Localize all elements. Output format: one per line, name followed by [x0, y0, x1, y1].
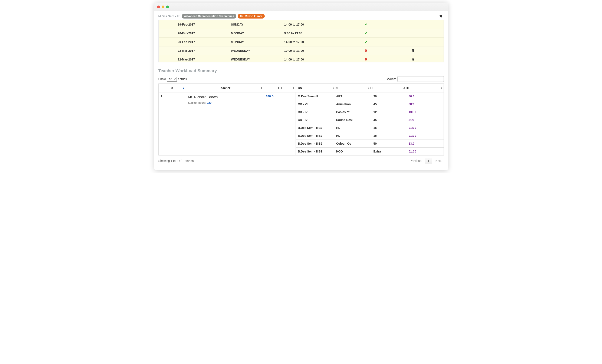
detail-row: M.Des Sem - IIART3080:0 [296, 92, 444, 100]
detail-sn: Animation [334, 100, 371, 108]
teacher-name: Richard Brown [194, 95, 218, 99]
schedule-time: 14:00 to 17:00 [282, 20, 344, 29]
detail-sn: HD [334, 124, 371, 132]
detail-sn: Colour, Co [334, 140, 371, 148]
schedule-day: SUNDAY [229, 20, 282, 29]
schedule-status: ✔ [344, 20, 389, 29]
show-label-post: entries [178, 77, 187, 81]
schedule-status: ✔ [344, 29, 389, 38]
window-close-icon[interactable] [157, 6, 160, 8]
detail-row: CD - VIAnimation4588:0 [296, 100, 444, 108]
detail-cn: B.Des Sem - II B3 [296, 124, 334, 132]
window-zoom-icon[interactable] [166, 6, 169, 8]
detail-sn: Basics of [334, 108, 371, 116]
check-icon: ✔ [365, 40, 367, 44]
detail-sh: 50 [371, 140, 407, 148]
schedule-time: 14:00 to 17:00 [282, 38, 344, 46]
schedule-scroll[interactable]: 19-Feb-2017SUNDAY14:00 to 17:00✔20-Feb-2… [159, 20, 444, 62]
search-input[interactable] [397, 76, 444, 82]
schedule-date: 22-Mar-2017 [159, 46, 229, 55]
schedule-day: WEDNESDAY [229, 55, 282, 62]
teacher-cell: Mr. Richard Brown Subject Hours: 320 [186, 92, 264, 155]
detail-sh: 15 [371, 132, 407, 140]
check-icon: ✔ [365, 31, 367, 35]
col-sh: SH [366, 84, 401, 92]
schedule-day: WEDNESDAY [229, 46, 282, 55]
detail-ath: 01:00 [407, 132, 444, 140]
detail-ath: 31:0 [407, 116, 444, 124]
schedule-actions [389, 55, 438, 62]
detail-table: M.Des Sem - IIART3080:0CD - VIAnimation4… [296, 92, 444, 155]
schedule-actions [389, 38, 438, 46]
breadcrumb-subject-pill[interactable]: Advanced Representation Techniques [182, 14, 236, 19]
schedule-panel: 19-Feb-2017SUNDAY14:00 to 17:00✔20-Feb-2… [158, 20, 444, 62]
schedule-day: MONDAY [229, 29, 282, 38]
th-cell: 330:0 [264, 92, 296, 155]
detail-cn: B.Des Sem - II B1 [296, 148, 334, 155]
subject-hours-label: Subject Hours: [188, 101, 207, 104]
trash-icon[interactable] [412, 58, 415, 61]
app-window: M.Des Sem - II : Advanced Representation… [154, 2, 448, 170]
detail-sh: 120 [371, 108, 407, 116]
detail-row: CD - IVBasics of120130:0 [296, 108, 444, 116]
detail-sn: ART [334, 92, 371, 100]
schedule-row: 22-Mar-2017WEDNESDAY10:00 to 11:00✖ [159, 46, 444, 55]
schedule-time: 9:00 to 13:00 [282, 29, 344, 38]
breadcrumb-program: M.Des Sem - II : [158, 14, 180, 18]
detail-row: B.Des Sem - II B2HD1501:00 [296, 132, 444, 140]
detail-row: B.Des Sem - II B2Colour, Co5013:0 [296, 140, 444, 148]
detail-cn: B.Des Sem - II B2 [296, 132, 334, 140]
detail-sn: HD [334, 132, 371, 140]
detail-cn: B.Des Sem - II B2 [296, 140, 334, 148]
detail-cn: M.Des Sem - II [296, 92, 334, 100]
show-label-pre: Show [158, 77, 166, 81]
detail-row: B.Des Sem - II B3HD1501:00 [296, 124, 444, 132]
pagination: Previous 1 Next [408, 158, 444, 164]
col-ath[interactable]: ATH ▲▼ [401, 84, 444, 92]
entries-selector: Show 10 entries [158, 77, 187, 82]
schedule-day: MONDAY [229, 38, 282, 46]
detail-cn: CD - IV [296, 108, 334, 116]
titlebar [154, 2, 448, 11]
col-cn: CN [296, 84, 331, 92]
schedule-row: 22-Mar-2017WEDNESDAY14:00 to 17:00✖ [159, 55, 444, 62]
summary-table: # ▲ Teacher ▲▼ TH ▲▼ CN SN SH AT [158, 84, 444, 155]
check-icon: ✔ [365, 22, 367, 26]
detail-ath: 01:00 [407, 148, 444, 155]
search-label: Search: [386, 77, 396, 81]
subject-hours-value: 320 [207, 101, 211, 104]
schedule-date: 20-Feb-2017 [159, 38, 229, 46]
detail-ath: 01:00 [407, 124, 444, 132]
prev-button[interactable]: Previous [408, 158, 423, 164]
detail-ath: 130:0 [407, 108, 444, 116]
trash-icon[interactable] [412, 49, 415, 53]
col-teacher[interactable]: Teacher ▲▼ [186, 84, 264, 92]
schedule-time: 10:00 to 11:00 [282, 46, 344, 55]
table-info: Showing 1 to 1 of 1 entries [158, 159, 194, 162]
next-button[interactable]: Next [433, 158, 444, 164]
close-icon[interactable]: ✖ [438, 14, 444, 19]
schedule-table: 19-Feb-2017SUNDAY14:00 to 17:00✔20-Feb-2… [159, 20, 444, 62]
schedule-date: 19-Feb-2017 [159, 20, 229, 29]
schedule-status: ✔ [344, 38, 389, 46]
detail-sn: Sound Desi [334, 116, 371, 124]
detail-sh: 45 [371, 116, 407, 124]
schedule-date: 20-Feb-2017 [159, 29, 229, 38]
schedule-status: ✖ [344, 46, 389, 55]
schedule-row: 20-Feb-2017MONDAY9:00 to 13:00✔ [159, 29, 444, 38]
schedule-row: 19-Feb-2017SUNDAY14:00 to 17:00✔ [159, 20, 444, 29]
window-minimize-icon[interactable] [162, 6, 164, 8]
schedule-time: 14:00 to 17:00 [282, 55, 344, 62]
page-number[interactable]: 1 [425, 158, 432, 164]
detail-cn: CD - VI [296, 100, 334, 108]
entries-select[interactable]: 10 [167, 77, 177, 82]
col-th[interactable]: TH ▲▼ [264, 84, 296, 92]
cross-icon: ✖ [365, 49, 367, 52]
table-row: 1 Mr. Richard Brown Subject Hours: 320 3… [159, 92, 444, 155]
detail-ath: 13:0 [407, 140, 444, 148]
detail-ath: 80:0 [407, 92, 444, 100]
breadcrumb-teacher-pill[interactable]: Mr. Ritesh kumar [238, 14, 265, 19]
col-index[interactable]: # ▲ [159, 84, 186, 92]
schedule-actions [389, 20, 438, 29]
breadcrumb: M.Des Sem - II : Advanced Representation… [158, 14, 265, 19]
